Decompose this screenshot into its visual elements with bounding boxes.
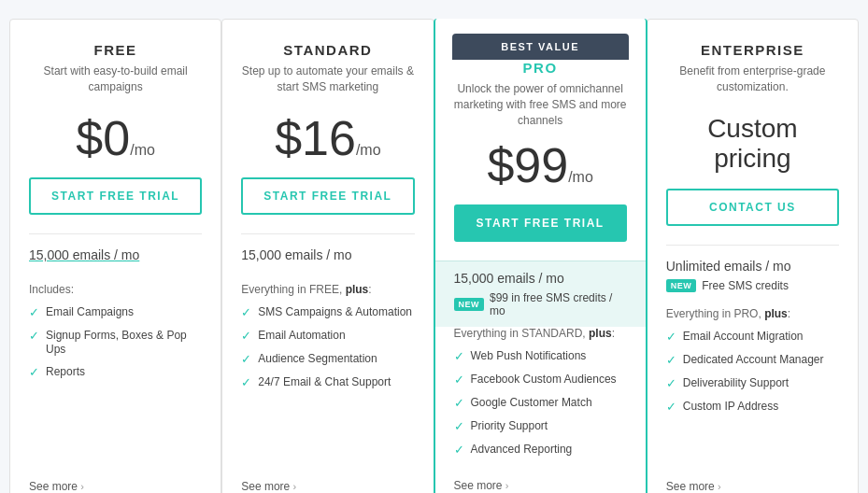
feature-text: Audience Segmentation [258, 352, 377, 367]
emails-per-mo-pro: 15,000 emails / mo [454, 271, 627, 286]
feature-list-enterprise: ✓ Email Account Migration ✓ Dedicated Ac… [666, 330, 839, 467]
feature-text: Reports [46, 365, 85, 380]
cta-button-enterprise[interactable]: CONTACT US [666, 189, 839, 226]
see-more-free[interactable]: See more › [29, 480, 202, 493]
plan-desc-free: Start with easy-to-build email campaigns [29, 63, 202, 101]
price-suffix: /mo [356, 142, 381, 158]
feature-text: Google Customer Match [471, 396, 592, 411]
see-more-standard[interactable]: See more › [241, 480, 414, 493]
emails-section-pro: 15,000 emails / mo NEW $99 in free SMS c… [435, 261, 646, 327]
chevron-right-icon: › [718, 481, 721, 492]
check-icon: ✓ [454, 419, 464, 435]
feature-item: ✓ SMS Campaigns & Automation [241, 305, 414, 321]
plan-desc-enterprise: Benefit from enterprise-grade customizat… [666, 63, 839, 101]
feature-text: Priority Support [471, 419, 548, 434]
feature-text: Facebook Custom Audiences [471, 373, 617, 387]
check-icon: ✓ [454, 396, 464, 412]
feature-text: 24/7 Email & Chat Support [258, 375, 391, 390]
plan-card-pro: BEST VALUEPROUnlock the power of omnicha… [434, 19, 647, 493]
check-icon: ✓ [29, 365, 39, 381]
feature-item: ✓ Signup Forms, Boxes & Pop Ups [29, 329, 202, 358]
feature-text: Custom IP Address [683, 400, 779, 415]
plan-price-pro: $99/mo [454, 141, 627, 190]
feature-text: Web Push Notifications [471, 349, 587, 364]
feature-list-pro: ✓ Web Push Notifications ✓ Facebook Cust… [454, 349, 627, 465]
check-icon: ✓ [29, 329, 39, 345]
sms-badge-row-enterprise: NEW Free SMS credits [666, 279, 839, 292]
sms-badge-row-pro: NEW $99 in free SMS credits / mo [454, 291, 627, 317]
emails-section-standard: 15,000 emails / mo [241, 233, 414, 268]
feature-item: ✓ Google Customer Match [454, 396, 627, 412]
price-amount: $16 [275, 111, 356, 165]
price-amount: $0 [76, 111, 130, 165]
plan-name-pro: PRO [454, 60, 627, 76]
plan-name-standard: STANDARD [241, 42, 414, 58]
includes-label-standard: Everything in FREE, plus: [241, 283, 414, 296]
new-badge-enterprise: NEW [666, 279, 697, 292]
feature-item: ✓ Email Campaigns [29, 305, 202, 321]
includes-label-free: Includes: [29, 283, 202, 296]
feature-item: ✓ Web Push Notifications [454, 349, 627, 365]
see-more-enterprise[interactable]: See more › [666, 480, 839, 493]
chevron-right-icon: › [293, 481, 297, 492]
feature-item: ✓ 24/7 Email & Chat Support [241, 375, 414, 391]
plan-name-free: FREE [29, 42, 202, 58]
feature-item: ✓ Audience Segmentation [241, 352, 414, 368]
check-icon: ✓ [454, 373, 464, 388]
feature-list-standard: ✓ SMS Campaigns & Automation ✓ Email Aut… [241, 305, 414, 467]
feature-text: Advanced Reporting [471, 443, 573, 458]
feature-item: ✓ Priority Support [454, 419, 627, 435]
chevron-right-icon: › [505, 480, 509, 491]
check-icon: ✓ [241, 305, 251, 321]
check-icon: ✓ [29, 305, 39, 321]
check-icon: ✓ [241, 329, 251, 345]
pricing-container: FREEStart with easy-to-build email campa… [9, 19, 859, 493]
new-badge-pro: NEW [454, 298, 485, 311]
plan-price-enterprise: Custom pricing [666, 114, 839, 174]
feature-item: ✓ Deliverability Support [666, 376, 839, 392]
see-more-pro[interactable]: See more › [454, 479, 627, 492]
plan-card-free: FREEStart with easy-to-build email campa… [9, 19, 221, 493]
feature-item: ✓ Email Account Migration [666, 330, 839, 345]
feature-text: Email Campaigns [46, 305, 134, 320]
check-icon: ✓ [454, 443, 464, 458]
cta-button-pro[interactable]: START FREE TRIAL [454, 204, 627, 242]
feature-text: Deliverability Support [683, 376, 789, 391]
cta-button-standard[interactable]: START FREE TRIAL [241, 177, 414, 215]
feature-text: Signup Forms, Boxes & Pop Ups [46, 329, 202, 358]
feature-item: ✓ Dedicated Account Manager [666, 353, 839, 369]
plan-desc-standard: Step up to automate your emails & start … [241, 63, 414, 101]
plan-card-standard: STANDARDStep up to automate your emails … [221, 19, 434, 493]
check-icon: ✓ [241, 375, 251, 391]
emails-section-enterprise: Unlimited emails / mo NEW Free SMS credi… [666, 245, 839, 292]
emails-section-free: 15,000 emails / mo [29, 233, 202, 268]
plan-desc-pro: Unlock the power of omnichannel marketin… [454, 81, 627, 128]
check-icon: ✓ [454, 349, 464, 365]
feature-text: Email Account Migration [683, 330, 804, 345]
emails-per-mo-standard: 15,000 emails / mo [241, 247, 414, 262]
cta-button-free[interactable]: START FREE TRIAL [29, 177, 202, 215]
plan-card-enterprise: ENTERPRISEBenefit from enterprise-grade … [647, 19, 859, 493]
chevron-right-icon: › [80, 481, 84, 492]
includes-label-enterprise: Everything in PRO, plus: [666, 307, 839, 320]
check-icon: ✓ [666, 330, 676, 345]
sms-credits-enterprise: Free SMS credits [702, 279, 789, 292]
price-suffix: /mo [130, 142, 155, 158]
feature-item: ✓ Reports [29, 365, 202, 381]
plan-price-standard: $16/mo [241, 114, 414, 162]
feature-list-free: ✓ Email Campaigns ✓ Signup Forms, Boxes … [29, 305, 202, 467]
feature-item: ✓ Facebook Custom Audiences [454, 373, 627, 388]
custom-price-label: Custom pricing [707, 105, 797, 182]
check-icon: ✓ [666, 353, 676, 369]
best-value-banner: BEST VALUE [452, 34, 629, 60]
check-icon: ✓ [666, 376, 676, 392]
feature-item: ✓ Custom IP Address [666, 400, 839, 416]
feature-text: Dedicated Account Manager [683, 353, 824, 368]
feature-text: SMS Campaigns & Automation [258, 305, 412, 320]
price-suffix: /mo [568, 169, 593, 185]
plan-name-enterprise: ENTERPRISE [666, 42, 839, 58]
feature-item: ✓ Advanced Reporting [454, 443, 627, 458]
includes-label-pro: Everything in STANDARD, plus: [454, 327, 627, 340]
price-amount: $99 [487, 138, 568, 192]
emails-per-mo-enterprise: Unlimited emails / mo [666, 259, 839, 274]
